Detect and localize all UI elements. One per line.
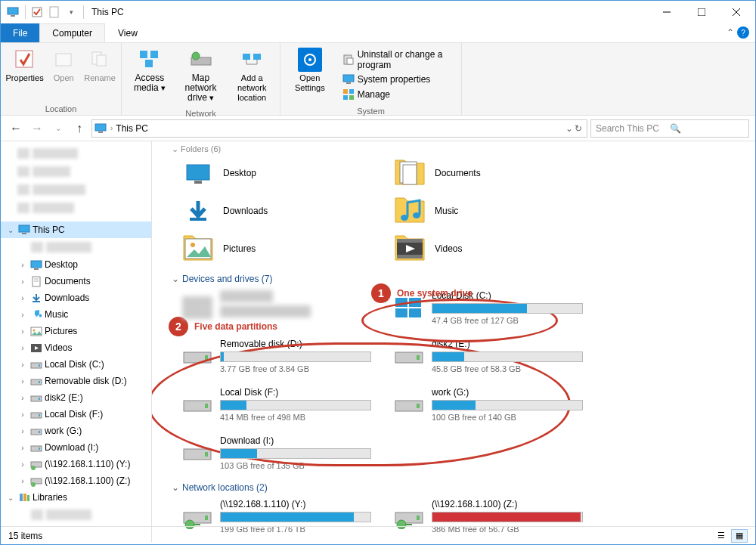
tree-item[interactable]: ›(\\192.168.1.110) (Y:)	[1, 456, 151, 472]
svg-rect-85	[205, 404, 208, 408]
svg-rect-35	[22, 233, 26, 234]
netloc-header[interactable]: Network locations (2)	[172, 482, 740, 493]
address-bar[interactable]: › This PC ⌄ ↻	[91, 119, 587, 138]
tab-view[interactable]: View	[105, 23, 150, 42]
system-props-button[interactable]: System properties	[338, 72, 458, 87]
drive-item[interactable]: Local Disk (F:)414 MB free of 498 MB	[182, 387, 371, 422]
tree-item[interactable]: ›disk2 (E:)	[1, 389, 151, 406]
svg-rect-28	[343, 89, 348, 94]
folder-item[interactable]: Music	[394, 197, 583, 225]
svg-rect-37	[34, 268, 39, 270]
navigation-bar: ← → ⌄ ↑ › This PC ⌄ ↻ Search This PC 🔍	[1, 116, 755, 141]
svg-rect-56	[39, 447, 40, 450]
svg-rect-34	[19, 225, 29, 232]
folder-item[interactable]: Documents	[394, 159, 583, 187]
svg-rect-64	[187, 165, 209, 180]
tree-item[interactable]: ›work (G:)	[1, 423, 151, 439]
svg-rect-29	[349, 89, 354, 94]
qat-dropdown-icon[interactable]: ▾	[64, 5, 79, 20]
manage-button[interactable]: Manage	[338, 87, 458, 102]
tree-item[interactable]: ›Documents	[1, 273, 151, 290]
recent-dropdown[interactable]: ⌄	[49, 119, 67, 138]
svg-rect-52	[39, 414, 40, 416]
minimize-button[interactable]	[649, 1, 684, 23]
ribbon-tab-row: File Computer View ⌃ ?	[1, 23, 755, 43]
group-location: Location	[1, 103, 121, 115]
svg-rect-14	[145, 60, 153, 67]
map-drive-button[interactable]: Map network drive ▾	[176, 46, 226, 104]
tree-item[interactable]: ›Pictures	[1, 323, 151, 339]
tree-this-pc[interactable]: ⌄ This PC	[1, 221, 151, 238]
folder-item[interactable]: Pictures	[182, 234, 371, 263]
uninstall-button[interactable]: Uninstall or change a program	[338, 48, 458, 72]
folder-item[interactable]: Desktop	[182, 159, 371, 187]
blank-doc-icon[interactable]	[47, 5, 62, 20]
devices-header[interactable]: Devices and drives (7)	[172, 274, 740, 284]
content-pane[interactable]: ⌄ Folders (6) DesktopDocumentsDownloadsM…	[152, 141, 755, 542]
svg-rect-30	[343, 95, 348, 100]
tree-item[interactable]: ›Removable disk (D:)	[1, 373, 151, 389]
svg-rect-75	[397, 255, 423, 259]
tree-libraries[interactable]: ⌄ Libraries	[1, 489, 151, 506]
svg-point-43	[33, 329, 36, 331]
svg-rect-1	[11, 15, 15, 17]
tree-item[interactable]: ›Local Disk (C:)	[1, 356, 151, 373]
tree-item[interactable]: ›Desktop	[1, 256, 151, 273]
svg-rect-0	[8, 8, 18, 14]
svg-rect-5	[698, 8, 705, 16]
svg-rect-9	[56, 54, 71, 66]
up-button[interactable]: ↑	[70, 119, 88, 138]
folder-item[interactable]: Videos	[394, 234, 583, 263]
help-icon[interactable]: ?	[737, 26, 749, 39]
file-tab[interactable]: File	[1, 23, 39, 42]
folders-header-clipped: ⌄ Folders (6)	[172, 144, 740, 154]
group-system: System	[280, 105, 461, 117]
address-dropdown-icon[interactable]: ⌄	[565, 123, 573, 134]
svg-rect-91	[205, 516, 208, 520]
refresh-icon[interactable]: ↻	[575, 123, 582, 134]
svg-rect-31	[349, 95, 354, 100]
svg-rect-50	[39, 398, 40, 400]
search-input[interactable]: Search This PC 🔍	[590, 119, 749, 138]
tiles-view-icon[interactable]: ▦	[731, 529, 748, 543]
pc-icon	[94, 122, 107, 135]
drive-item[interactable]: Removable disk (D:)3.77 GB free of 3.84 …	[182, 339, 371, 373]
item-count: 15 items	[8, 531, 42, 541]
access-media-button[interactable]: Access media ▾	[125, 46, 175, 94]
annotation-2: 2Five data partitions	[169, 317, 277, 336]
open-settings-button[interactable]: Open Settings	[284, 46, 336, 94]
tree-item[interactable]: ›Music	[1, 306, 151, 323]
properties-button[interactable]: Properties	[4, 46, 45, 85]
back-button[interactable]: ←	[7, 119, 25, 138]
tree-item[interactable]: ›Download (I:)	[1, 439, 151, 456]
svg-rect-32	[95, 124, 106, 131]
svg-rect-3	[50, 7, 58, 17]
drive-item[interactable]: Download (I:)103 GB free of 135 GB	[182, 435, 371, 470]
svg-rect-87	[417, 404, 420, 408]
navigation-tree[interactable]: ⌄ This PC ›Desktop›Documents›Downloads›M…	[1, 141, 152, 542]
quick-access-toolbar: ▾	[2, 5, 87, 20]
drive-item[interactable]: disk2 (E:)45.8 GB free of 58.3 GB	[394, 339, 583, 373]
drive-item[interactable]: work (G:)100 GB free of 140 GB	[394, 387, 583, 422]
svg-rect-18	[253, 54, 261, 60]
checkbox-icon[interactable]	[30, 5, 45, 20]
details-view-icon[interactable]: ☰	[713, 529, 730, 543]
svg-rect-54	[39, 431, 40, 433]
svg-rect-48	[39, 381, 40, 383]
ribbon-collapse-icon[interactable]: ⌃	[727, 27, 734, 38]
folder-item[interactable]: Downloads	[182, 197, 371, 225]
svg-rect-33	[98, 132, 103, 133]
tree-item[interactable]: ›Videos	[1, 339, 151, 356]
tab-computer[interactable]: Computer	[39, 23, 105, 42]
tree-item[interactable]: ›(\\192.168.1.100) (Z:)	[1, 472, 151, 489]
open-button: Open	[47, 46, 80, 85]
tree-item[interactable]: ›Local Disk (F:)	[1, 406, 151, 423]
close-button[interactable]	[719, 1, 754, 23]
svg-point-58	[31, 466, 36, 470]
svg-point-23	[308, 58, 311, 61]
add-net-location-button[interactable]: Add a network location	[227, 46, 277, 104]
ribbon: Properties Open Rename Location Access m…	[1, 43, 755, 116]
search-placeholder: Search This PC	[596, 123, 670, 134]
tree-item[interactable]: ›Downloads	[1, 290, 151, 306]
maximize-button[interactable]	[684, 1, 719, 23]
